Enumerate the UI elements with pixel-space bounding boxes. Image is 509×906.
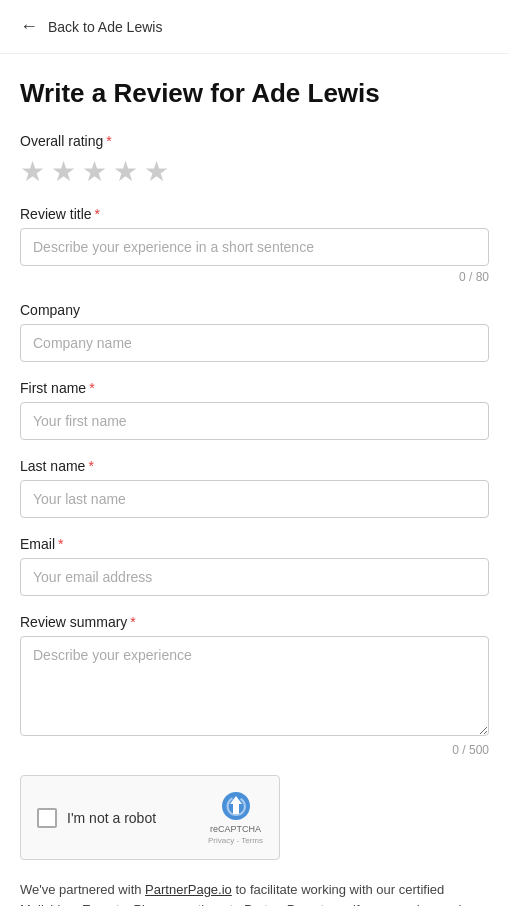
back-link[interactable]: Back to Ade Lewis: [48, 19, 162, 35]
header: ← Back to Ade Lewis: [0, 0, 509, 54]
required-marker-summary: *: [130, 614, 135, 630]
star-1[interactable]: ★: [20, 155, 45, 188]
email-section: Email *: [20, 536, 489, 596]
star-2[interactable]: ★: [51, 155, 76, 188]
required-marker: *: [106, 133, 111, 149]
review-summary-label: Review summary *: [20, 614, 489, 630]
company-section: Company: [20, 302, 489, 362]
recaptcha-widget[interactable]: I'm not a robot reCAPTCHA Privacy - Term…: [20, 775, 280, 860]
recaptcha-subtext: Privacy - Terms: [208, 836, 263, 845]
recaptcha-checkbox[interactable]: [37, 808, 57, 828]
last-name-label: Last name *: [20, 458, 489, 474]
overall-rating-label: Overall rating *: [20, 133, 489, 149]
first-name-section: First name *: [20, 380, 489, 440]
recaptcha-label: I'm not a robot: [67, 810, 156, 826]
star-rating[interactable]: ★ ★ ★ ★ ★: [20, 155, 489, 188]
star-5[interactable]: ★: [144, 155, 169, 188]
first-name-label: First name *: [20, 380, 489, 396]
review-title-input[interactable]: [20, 228, 489, 266]
main-content: Write a Review for Ade Lewis Overall rat…: [0, 54, 509, 906]
review-title-label: Review title *: [20, 206, 489, 222]
overall-rating-section: Overall rating * ★ ★ ★ ★ ★: [20, 133, 489, 188]
star-3[interactable]: ★: [82, 155, 107, 188]
recaptcha-left: I'm not a robot: [37, 808, 156, 828]
company-label: Company: [20, 302, 489, 318]
required-marker-title: *: [95, 206, 100, 222]
review-summary-section: Review summary * 0 / 500: [20, 614, 489, 757]
last-name-input[interactable]: [20, 480, 489, 518]
recaptcha-icon: [220, 790, 252, 822]
partner-text-1: We've partnered with: [20, 882, 145, 897]
back-arrow-icon[interactable]: ←: [20, 16, 38, 37]
review-title-char-count: 0 / 80: [20, 270, 489, 284]
email-input[interactable]: [20, 558, 489, 596]
partner-page-link[interactable]: PartnerPage.io: [145, 882, 232, 897]
review-summary-input[interactable]: [20, 636, 489, 736]
recaptcha-logo: reCAPTCHA Privacy - Terms: [208, 790, 263, 845]
required-marker-email: *: [58, 536, 63, 552]
last-name-section: Last name *: [20, 458, 489, 518]
review-title-section: Review title * 0 / 80: [20, 206, 489, 284]
first-name-input[interactable]: [20, 402, 489, 440]
email-label: Email *: [20, 536, 489, 552]
company-input[interactable]: [20, 324, 489, 362]
review-summary-char-count: 0 / 500: [20, 743, 489, 757]
recaptcha-brand: reCAPTCHA: [210, 824, 261, 834]
star-4[interactable]: ★: [113, 155, 138, 188]
page-title: Write a Review for Ade Lewis: [20, 78, 489, 109]
partner-info: We've partnered with PartnerPage.io to f…: [20, 880, 489, 906]
required-marker-lastname: *: [88, 458, 93, 474]
required-marker-firstname: *: [89, 380, 94, 396]
